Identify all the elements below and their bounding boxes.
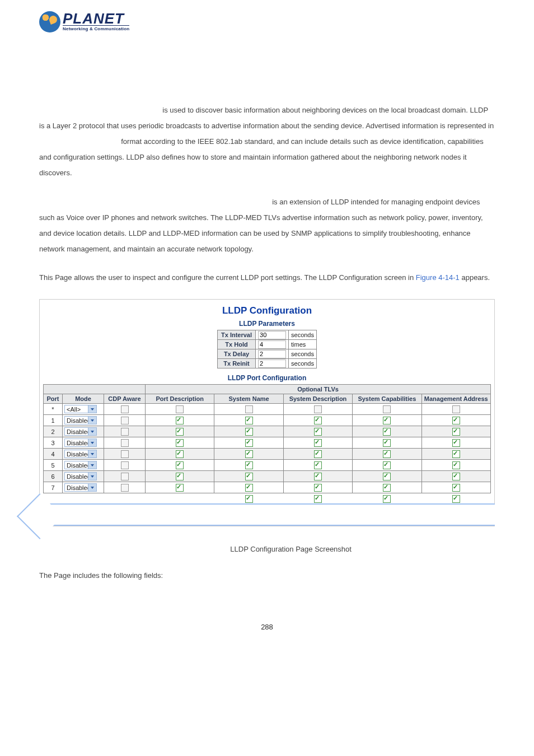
- port-number: 5: [44, 460, 63, 471]
- tlv-checkbox[interactable]: [452, 461, 460, 469]
- tlv-checkbox[interactable]: [452, 417, 460, 424]
- param-input[interactable]: [258, 340, 286, 349]
- tlv-checkbox[interactable]: [314, 439, 322, 447]
- lldp-port-table: Optional TLVsPortModeCDP AwarePort Descr…: [43, 384, 491, 504]
- cdp-aware-checkbox[interactable]: [121, 461, 129, 469]
- tlv-checkbox[interactable]: [452, 473, 460, 480]
- tlv-checkbox[interactable]: [245, 428, 253, 436]
- mode-select[interactable]: <All>: [64, 405, 97, 413]
- logo-tagline: Networking & Communication: [63, 25, 129, 31]
- tlv-checkbox[interactable]: [245, 417, 253, 424]
- figure-caption: Figure 4-14-1: LLDP Configuration Page S…: [39, 542, 495, 557]
- para-config-desc: This Page allows the user to inspect and…: [39, 270, 495, 286]
- mode-select[interactable]: Disabled: [64, 472, 97, 480]
- column-header: CDP Aware: [104, 394, 146, 404]
- cdp-aware-checkbox[interactable]: [121, 428, 129, 436]
- tlv-checkbox[interactable]: [245, 461, 253, 469]
- logo-name: PLANET: [63, 12, 129, 25]
- tlv-checkbox[interactable]: [314, 461, 322, 469]
- tlv-checkbox[interactable]: [245, 495, 253, 503]
- tlv-checkbox[interactable]: [383, 417, 391, 424]
- tlv-checkbox[interactable]: [452, 484, 460, 492]
- tlv-checkbox[interactable]: [176, 428, 184, 436]
- cdp-aware-checkbox[interactable]: [121, 450, 129, 458]
- tlv-checkbox[interactable]: [452, 428, 460, 436]
- screenshot-truncation: [39, 503, 495, 526]
- fields-intro: The Page includes the following fields:: [39, 568, 495, 584]
- param-input[interactable]: [258, 360, 286, 368]
- tlv-checkbox[interactable]: [176, 473, 184, 480]
- param-input[interactable]: [258, 331, 286, 339]
- para-lldp-intro: Link Layer Discovery Protocol (LLDP) is …: [39, 102, 495, 181]
- tlv-checkbox[interactable]: [314, 405, 322, 413]
- tlv-checkbox[interactable]: [176, 417, 184, 424]
- tlv-checkbox[interactable]: [383, 495, 391, 503]
- chevron-down-icon: [88, 450, 96, 458]
- port-number: 4: [44, 449, 63, 460]
- para-lldp-med: Link Layer Discovery Protocol - Media En…: [39, 194, 495, 257]
- column-header: Management Address: [421, 394, 490, 404]
- port-number: 2: [44, 426, 63, 437]
- tlv-checkbox[interactable]: [314, 428, 322, 436]
- column-header: System Capabilities: [353, 394, 421, 404]
- column-header: Mode: [63, 394, 104, 404]
- tlv-checkbox[interactable]: [452, 405, 460, 413]
- tlv-checkbox[interactable]: [452, 495, 460, 503]
- lldp-port-config-title: LLDP Port Configuration: [40, 374, 494, 382]
- param-input[interactable]: [258, 350, 286, 358]
- chevron-down-icon: [88, 461, 96, 469]
- tlv-checkbox[interactable]: [245, 484, 253, 492]
- tlv-checkbox[interactable]: [245, 405, 253, 413]
- param-unit: seconds: [289, 349, 317, 359]
- tlv-checkbox[interactable]: [314, 417, 322, 424]
- param-unit: seconds: [289, 330, 317, 340]
- tlv-checkbox[interactable]: [383, 439, 391, 447]
- mode-select[interactable]: Disabled: [64, 450, 97, 458]
- tlv-checkbox[interactable]: [176, 439, 184, 447]
- tlv-checkbox[interactable]: [176, 484, 184, 492]
- tlv-checkbox[interactable]: [452, 450, 460, 458]
- tlv-checkbox[interactable]: [383, 461, 391, 469]
- mode-select[interactable]: Disabled: [64, 427, 97, 436]
- tlv-checkbox[interactable]: [176, 405, 184, 413]
- param-unit: seconds: [289, 359, 317, 368]
- page-number: 288: [39, 623, 495, 631]
- port-number: 6: [44, 471, 63, 482]
- tlv-checkbox[interactable]: [245, 473, 253, 480]
- cdp-aware-checkbox[interactable]: [121, 439, 129, 447]
- cdp-aware-checkbox[interactable]: [121, 417, 129, 424]
- mode-select[interactable]: Disabled: [64, 416, 97, 424]
- cdp-aware-checkbox[interactable]: [121, 405, 129, 413]
- tlv-checkbox[interactable]: [314, 484, 322, 492]
- tlv-checkbox[interactable]: [452, 439, 460, 447]
- column-header: Port Description: [146, 394, 214, 404]
- lldp-config-screenshot: LLDP Configuration LLDP Parameters Tx In…: [39, 299, 495, 526]
- mode-select[interactable]: Disabled: [64, 483, 97, 492]
- port-number: 3: [44, 437, 63, 449]
- tlv-checkbox[interactable]: [383, 405, 391, 413]
- tlv-checkbox[interactable]: [383, 473, 391, 480]
- tlv-checkbox[interactable]: [314, 473, 322, 480]
- tlv-checkbox[interactable]: [383, 450, 391, 458]
- tlv-checkbox[interactable]: [176, 450, 184, 458]
- chevron-down-icon: [88, 484, 96, 491]
- tlv-checkbox[interactable]: [176, 461, 184, 469]
- chevron-down-icon: [88, 405, 96, 413]
- tlv-checkbox[interactable]: [314, 450, 322, 458]
- screenshot-title: LLDP Configuration: [40, 305, 494, 316]
- cdp-aware-checkbox[interactable]: [121, 473, 129, 480]
- tlv-checkbox[interactable]: [314, 495, 322, 503]
- figure-link[interactable]: Figure 4-14-1: [416, 273, 460, 282]
- chevron-down-icon: [88, 428, 96, 435]
- cdp-aware-checkbox[interactable]: [121, 484, 129, 492]
- mode-select[interactable]: Disabled: [64, 461, 97, 469]
- logo-globe-icon: [39, 11, 60, 32]
- param-label: Tx Interval: [217, 330, 255, 340]
- tlv-checkbox[interactable]: [383, 428, 391, 436]
- tlv-checkbox[interactable]: [383, 484, 391, 492]
- tlv-checkbox[interactable]: [245, 450, 253, 458]
- port-number: 1: [44, 415, 63, 426]
- tlv-checkbox[interactable]: [245, 439, 253, 447]
- chevron-down-icon: [88, 417, 96, 424]
- mode-select[interactable]: Disabled: [64, 438, 97, 447]
